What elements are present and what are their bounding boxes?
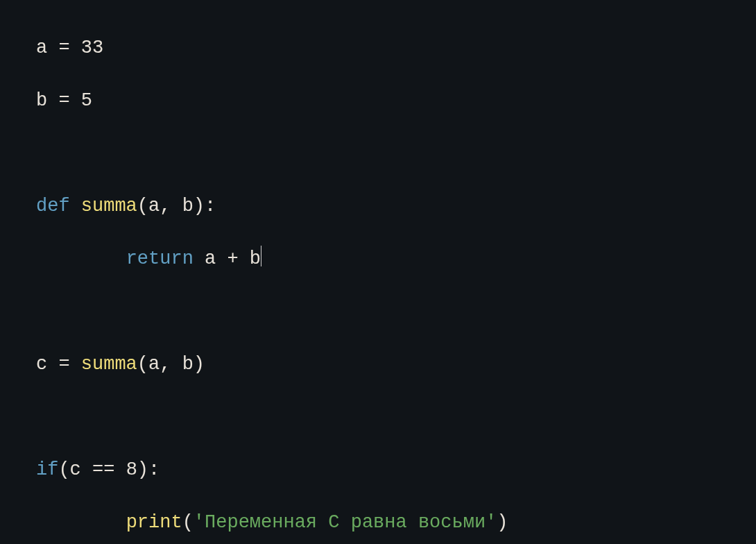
token-colon: : [148, 459, 160, 480]
code-line[interactable]: a = 33 [36, 35, 756, 61]
token-paren: ) [137, 459, 148, 480]
token-keyword: if [36, 459, 58, 480]
token-builtin: print [126, 512, 182, 533]
code-line[interactable]: c = summa(a, b) [36, 351, 756, 377]
token-parameters: a, b [148, 196, 194, 216]
token-paren: ) [497, 512, 508, 533]
token-expression: a + b [205, 248, 261, 269]
token-string: 'Переменная С равна восьми' [194, 512, 497, 533]
code-line-blank[interactable] [36, 298, 756, 325]
code-line[interactable]: b = 5 [36, 87, 756, 114]
token-number: 5 [81, 90, 92, 111]
token-operator: = [47, 37, 81, 58]
token-function-name: summa [81, 196, 137, 216]
token-keyword: return [126, 248, 205, 269]
token-variable: a [36, 37, 47, 58]
code-line[interactable]: def summa(a, b): [36, 193, 756, 219]
code-line-blank[interactable] [36, 140, 756, 167]
token-paren: ( [137, 354, 148, 375]
token-arguments: a, b [148, 354, 194, 375]
token-call: summa [81, 354, 137, 375]
token-condition: c == [70, 459, 126, 480]
token-indent [36, 512, 126, 533]
code-line[interactable]: if(c == 8): [36, 457, 756, 483]
code-line-blank[interactable] [36, 404, 756, 430]
token-indent [36, 248, 126, 269]
token-number: 8 [126, 459, 137, 480]
token-number: 33 [81, 37, 103, 58]
token-paren: ) [194, 354, 205, 375]
text-cursor [261, 246, 261, 266]
token-paren: ( [58, 459, 69, 480]
code-editor[interactable]: a = 33 b = 5 def summa(a, b): return a +… [0, 0, 756, 544]
token-variable: c [36, 354, 47, 375]
token-paren: ( [182, 512, 194, 533]
code-line[interactable]: return a + b [36, 246, 756, 272]
token-operator: = [47, 90, 81, 111]
token-operator: = [47, 354, 81, 375]
token-paren: ) [194, 196, 205, 216]
token-variable: b [36, 90, 47, 111]
token-colon: : [205, 196, 216, 216]
token-paren: ( [137, 196, 148, 216]
token-keyword: def [36, 196, 81, 216]
code-line[interactable]: print('Переменная С равна восьми') [36, 509, 756, 536]
